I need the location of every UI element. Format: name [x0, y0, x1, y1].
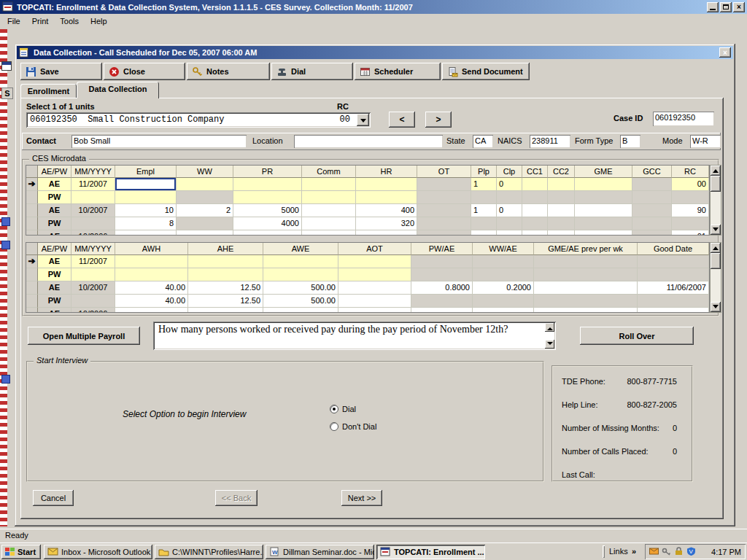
grid-cell[interactable] — [188, 268, 263, 281]
grid-cell[interactable]: 11/06/2007 — [638, 281, 709, 295]
background-mini-window-icon[interactable] — [1, 61, 12, 71]
grid-cell[interactable] — [471, 217, 497, 230]
prev-unit-button[interactable]: < — [389, 112, 415, 128]
grid-cell[interactable]: 8 — [115, 217, 177, 230]
grid-cell[interactable] — [575, 191, 632, 204]
grid-cell[interactable]: 400 — [356, 204, 417, 217]
grid-cell[interactable] — [417, 191, 471, 204]
column-header[interactable]: AE/PW — [38, 166, 71, 178]
grid-cell[interactable] — [302, 204, 356, 217]
grid-cell[interactable] — [411, 255, 473, 268]
column-header[interactable]: WW — [177, 166, 233, 178]
grid-cell[interactable]: PW — [38, 295, 71, 308]
background-s-icon[interactable]: S — [1, 88, 13, 99]
grid-cell[interactable]: 320 — [356, 217, 417, 230]
grid-cell[interactable] — [534, 281, 638, 295]
column-header[interactable]: HR — [356, 166, 417, 178]
grid-cell[interactable]: 2 — [177, 204, 233, 217]
grid-cell[interactable] — [473, 268, 534, 281]
column-header[interactable]: RC — [672, 166, 709, 178]
grid-cell[interactable] — [302, 217, 356, 230]
dial-button[interactable]: Dial — [271, 63, 353, 80]
grid-cell[interactable] — [177, 191, 233, 204]
grid-cell[interactable] — [473, 255, 534, 268]
dialog-close-button[interactable]: × — [719, 47, 731, 58]
grid-cell[interactable] — [338, 308, 411, 313]
grid-cell[interactable] — [188, 255, 263, 268]
grid-cell[interactable] — [548, 191, 575, 204]
location-field[interactable] — [294, 135, 443, 148]
taskbar-clock[interactable]: 4:17 PM — [711, 548, 741, 556]
grid-cell[interactable] — [177, 178, 233, 191]
menu-file[interactable]: File — [1, 15, 26, 28]
column-header[interactable]: AOT — [338, 243, 411, 255]
column-header[interactable]: AWE — [263, 243, 338, 255]
grid-cell[interactable] — [71, 217, 115, 230]
roll-over-button[interactable]: Roll Over — [580, 327, 694, 345]
column-header[interactable]: CC1 — [522, 166, 548, 178]
grid-cell[interactable] — [302, 191, 356, 204]
cancel-button[interactable]: Cancel — [33, 490, 74, 506]
grid-cell[interactable] — [263, 268, 338, 281]
column-header[interactable]: GCC — [632, 166, 672, 178]
key-icon[interactable] — [662, 547, 671, 557]
grid-cell[interactable]: 0.8000 — [411, 281, 473, 295]
radio-option-dont-dial[interactable]: Don't Dial — [330, 422, 376, 431]
grid-cell[interactable] — [575, 178, 632, 191]
grid-cell[interactable] — [522, 178, 548, 191]
tab-enrollment[interactable]: Enrollment — [20, 84, 77, 98]
grid-cell[interactable] — [534, 295, 638, 308]
grid-cell[interactable] — [71, 191, 115, 204]
grid-cell[interactable] — [522, 230, 548, 236]
grid-cell[interactable]: AE — [38, 230, 71, 236]
menu-tools[interactable]: Tools — [54, 15, 85, 28]
links-toolbar-label[interactable]: Links — [609, 547, 628, 556]
grid-cell[interactable] — [356, 230, 417, 236]
column-header[interactable]: AHE — [188, 243, 263, 255]
grid-cell[interactable] — [411, 295, 473, 308]
grid-cell[interactable] — [471, 230, 497, 236]
grid-cell[interactable] — [575, 217, 632, 230]
grid-cell[interactable]: 01 — [672, 230, 709, 236]
scroll-down-icon[interactable] — [711, 302, 721, 312]
message-icon[interactable] — [649, 547, 659, 557]
grid-cell[interactable]: 0 — [497, 204, 522, 217]
taskbar-item-topcati[interactable]: TOPCATI: Enrollment ... — [376, 545, 485, 559]
grid-cell[interactable] — [338, 295, 411, 308]
grid-cell[interactable]: 10/2007 — [71, 204, 115, 217]
grid-cell[interactable]: 10/2006 — [71, 230, 115, 236]
grid-cell[interactable] — [417, 217, 471, 230]
grid-cell[interactable] — [115, 178, 177, 191]
next-unit-button[interactable]: > — [425, 112, 452, 128]
column-header[interactable]: PR — [233, 166, 302, 178]
save-button[interactable]: Save — [20, 63, 102, 80]
radio-dont-dial-label[interactable]: Don't Dial — [342, 422, 376, 431]
grid-cell[interactable]: AE — [38, 178, 71, 191]
grid-cell[interactable] — [548, 204, 575, 217]
grid-cell[interactable] — [632, 230, 672, 236]
column-header[interactable]: MM/YYYY — [71, 243, 115, 255]
grid-cell[interactable]: 500.00 — [263, 281, 338, 295]
grid-cell[interactable] — [638, 295, 709, 308]
tab-data-collection[interactable]: Data Collection — [77, 82, 159, 98]
grid-cell[interactable]: 00 — [672, 178, 709, 191]
menu-print[interactable]: Print — [26, 15, 55, 28]
scroll-down-icon[interactable] — [711, 225, 721, 235]
grid-cell[interactable] — [338, 268, 411, 281]
grid-cell[interactable] — [497, 230, 522, 236]
grid-cell[interactable] — [115, 191, 177, 204]
grid-cell[interactable] — [522, 204, 548, 217]
scroll-thumb[interactable] — [711, 176, 721, 192]
grid-cell[interactable] — [115, 230, 177, 236]
grid-cell[interactable]: 40.00 — [115, 295, 188, 308]
grid-cell[interactable]: 0 — [497, 178, 522, 191]
grid-cell[interactable] — [417, 230, 471, 236]
column-header[interactable]: CC2 — [548, 166, 575, 178]
menu-help[interactable]: Help — [85, 15, 113, 28]
grid-cell[interactable] — [632, 178, 672, 191]
column-header[interactable]: WW/AE — [473, 243, 534, 255]
grid-cell[interactable]: 5000 — [233, 204, 302, 217]
grid-cell[interactable]: 1 — [471, 204, 497, 217]
grid-cell[interactable] — [71, 295, 115, 308]
column-header[interactable]: PW/AE — [411, 243, 473, 255]
